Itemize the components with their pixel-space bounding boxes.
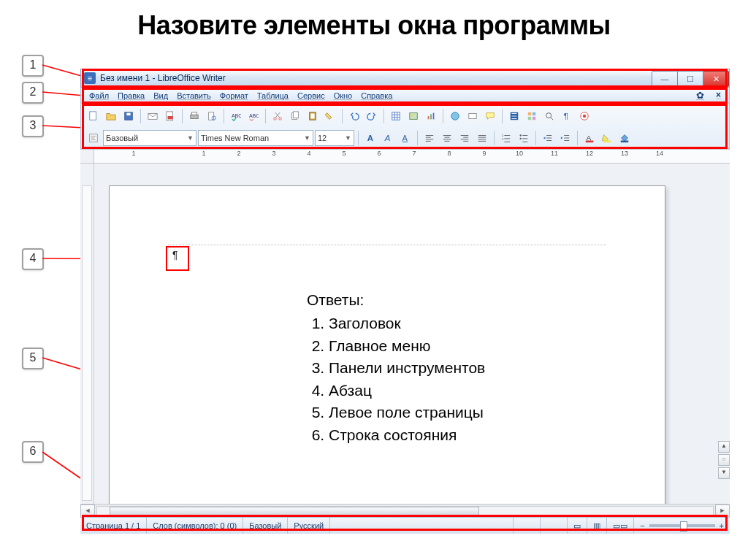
svg-text:¶: ¶ [564, 112, 568, 120]
svg-rect-13 [192, 112, 197, 115]
copy-icon[interactable] [287, 108, 303, 124]
paste-icon[interactable] [305, 108, 321, 124]
menu-service[interactable]: Сервис [294, 90, 329, 101]
underline-icon[interactable]: A [397, 130, 413, 146]
page-up-icon[interactable]: ▲ [718, 441, 730, 453]
undo-icon[interactable] [346, 108, 362, 124]
view-single-icon[interactable]: ▭ [568, 518, 587, 534]
chart-icon[interactable] [423, 108, 439, 124]
menu-format[interactable]: Формат [216, 90, 252, 101]
page-down-icon[interactable]: ▼ [718, 467, 730, 479]
svg-line-0 [42, 65, 84, 77]
svg-line-2 [42, 126, 84, 128]
status-language[interactable]: Русский [288, 518, 330, 534]
zoom-icon[interactable] [541, 108, 557, 124]
preview-icon[interactable] [204, 108, 220, 124]
open-icon[interactable] [103, 108, 119, 124]
menu-view[interactable]: Вид [150, 90, 172, 101]
print-icon[interactable] [186, 108, 202, 124]
font-combo[interactable]: Times New Roman▼ [198, 130, 313, 146]
close-button[interactable]: ✕ [703, 71, 729, 87]
cut-icon[interactable] [270, 108, 286, 124]
font-color-icon[interactable]: A [581, 130, 598, 146]
status-style[interactable]: Базовый [243, 518, 288, 534]
field-icon[interactable] [465, 108, 481, 124]
ruler-horizontal[interactable]: 1 12 34 56 78 910 1112 1314 [80, 149, 730, 164]
status-selection-mode[interactable] [514, 518, 541, 534]
svg-rect-33 [528, 112, 531, 115]
menu-help[interactable]: Справка [357, 90, 396, 101]
align-center-icon[interactable] [439, 130, 455, 146]
new-icon[interactable] [85, 108, 102, 124]
align-right-icon[interactable] [457, 130, 473, 146]
svg-rect-28 [430, 114, 432, 119]
svg-rect-31 [469, 114, 477, 119]
window-title: Без имени 1 - LibreOffice Writer [100, 73, 226, 83]
styles-icon[interactable] [85, 130, 102, 146]
style-combo[interactable]: Базовый▼ [103, 130, 196, 146]
highlight-icon[interactable] [599, 130, 615, 146]
hyperlink-icon[interactable] [447, 108, 463, 124]
autospell-icon[interactable]: ABC [245, 108, 262, 124]
spellcheck-icon[interactable]: ABC [228, 108, 244, 124]
align-left-icon[interactable] [421, 130, 438, 146]
callout-5: 5 [22, 348, 44, 369]
navigator-icon[interactable] [506, 108, 522, 124]
numbered-list-icon[interactable]: 12 [498, 130, 514, 146]
indent-inc-icon[interactable] [557, 130, 573, 146]
svg-rect-25 [410, 113, 418, 120]
svg-rect-23 [310, 114, 314, 119]
title-bar: Без имени 1 - LibreOffice Writer — ☐ ✕ [80, 69, 730, 88]
pdf-icon[interactable] [162, 108, 178, 124]
nonprinting-icon[interactable]: ¶ [559, 108, 575, 124]
menu-file[interactable]: Файл [85, 90, 112, 101]
svg-point-40 [583, 115, 586, 118]
menu-edit[interactable]: Правка [114, 90, 148, 101]
table-icon[interactable] [388, 108, 404, 124]
status-words[interactable]: Слов (символов): 0 (0) [147, 518, 243, 534]
menu-table[interactable]: Таблица [253, 90, 292, 101]
help-icon[interactable] [576, 108, 592, 124]
comment-icon[interactable] [482, 108, 498, 124]
status-page[interactable]: Страница 1 / 1 [80, 518, 147, 534]
zoom-out-icon[interactable]: − [640, 521, 644, 530]
gallery-icon[interactable] [524, 108, 540, 124]
mail-icon[interactable] [145, 108, 161, 124]
indent-dec-icon[interactable] [540, 130, 556, 146]
svg-point-30 [451, 112, 459, 120]
view-book-icon[interactable]: ▭▭ [607, 518, 634, 534]
maximize-button[interactable]: ☐ [678, 71, 703, 87]
svg-rect-35 [528, 117, 531, 120]
extensions-icon[interactable]: ✿ [692, 88, 708, 102]
status-insert-mode[interactable] [472, 518, 514, 534]
callout-3: 3 [22, 115, 44, 137]
minimize-button[interactable]: — [652, 71, 678, 87]
doc-close-icon[interactable]: × [712, 88, 725, 102]
status-signature[interactable] [541, 518, 568, 534]
image-icon[interactable] [405, 108, 421, 124]
svg-text:2: 2 [502, 137, 504, 141]
svg-rect-34 [533, 112, 535, 115]
menu-insert[interactable]: Вставить [173, 90, 215, 101]
menu-bar: Файл Правка Вид Вставить Формат Таблица … [80, 88, 730, 104]
redo-icon[interactable] [364, 108, 380, 124]
format-paint-icon[interactable] [322, 108, 338, 124]
svg-rect-12 [191, 115, 199, 118]
bold-icon[interactable]: A [362, 130, 378, 146]
svg-point-19 [279, 118, 282, 120]
scrollbar-horizontal[interactable]: ◄► [80, 504, 730, 518]
align-justify-icon[interactable] [474, 130, 490, 146]
ruler-vertical[interactable] [80, 164, 94, 505]
save-icon[interactable] [121, 108, 137, 124]
menu-window[interactable]: Окно [330, 90, 356, 101]
zoom-slider[interactable] [649, 524, 715, 527]
bg-color-icon[interactable] [617, 130, 633, 146]
nav-object-icon[interactable]: ○ [718, 454, 730, 466]
italic-icon[interactable]: A [380, 130, 396, 146]
size-combo[interactable]: 12▼ [315, 130, 354, 146]
zoom-in-icon[interactable]: + [720, 521, 724, 530]
svg-rect-52 [603, 141, 611, 143]
view-multi-icon[interactable]: ▥ [587, 518, 607, 534]
svg-point-26 [411, 115, 413, 117]
bullet-list-icon[interactable] [516, 130, 532, 146]
